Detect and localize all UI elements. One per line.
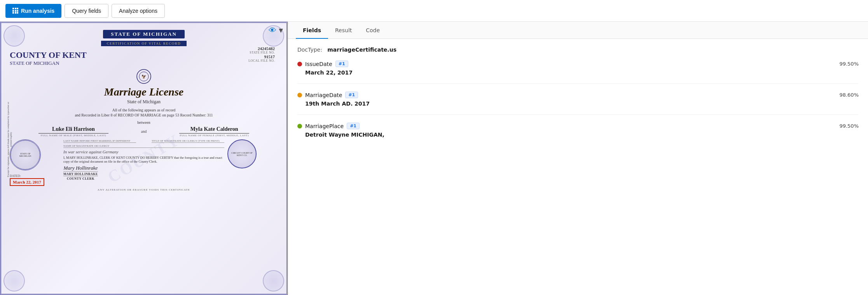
cert-side-text: Except for signature, spaces left blank … xyxy=(7,101,12,178)
cert-female-name: Myla Kate Calderon xyxy=(179,126,249,134)
cert-sig-title1: MARY HOLLINRAKE xyxy=(63,171,98,176)
right-panel: Fields Result Code DocType: marriageCert… xyxy=(288,22,868,295)
cert-local-file-label: LOCAL FILE NO. xyxy=(248,59,275,62)
panel-tabs: Fields Result Code xyxy=(288,22,868,39)
cert-file-number-value: 24245482 xyxy=(248,46,275,51)
run-icon xyxy=(12,8,18,14)
field-item-marriagedate: MarriageDate #1 98.60% 19th March AD. 20… xyxy=(297,92,859,115)
cert-header: STATE OF MICHIGAN CERTIFICATION OF VITAL… xyxy=(10,30,278,48)
eye-icon[interactable]: 👁 xyxy=(269,26,276,35)
field-value-marriagedate: 19th March AD. 2017 xyxy=(297,101,859,107)
cert-local-file-value: 91517 xyxy=(248,54,275,59)
cert-between: between xyxy=(10,120,278,125)
field-value-issuedate: March 22, 2017 xyxy=(297,69,859,76)
cert-last-name-label: LAST NAME BEFORE FIRST MARRIED, IF DIFFE… xyxy=(63,139,136,142)
cert-center-col: LAST NAME BEFORE FIRST MARRIED, IF DIFFE… xyxy=(63,139,224,180)
field-dot-marriagedate xyxy=(297,93,302,97)
cert-title: Marriage License xyxy=(10,86,278,98)
field-name-issuedate: IssueDate xyxy=(305,61,332,67)
field-confidence-issuedate: 99.50% xyxy=(839,61,859,67)
cert-female-name-block: Myla Kate Calderon FULL NAME OF FEMALE (… xyxy=(150,125,278,137)
field-item-marriageplace: MarriagePlace #1 99.50% Detroit Wayne MI… xyxy=(297,123,859,146)
doc-controls: 👁 ▼ xyxy=(269,26,283,35)
field-dot-issuedate xyxy=(297,62,302,66)
cert-state-title: STATE OF MICHIGAN xyxy=(103,30,185,38)
toolbar: Run analysis Query fields Analyze option… xyxy=(0,0,868,22)
cert-vital-subtitle: CERTIFICATION OF VITAL RECORD xyxy=(101,41,187,46)
field-badge-marriagedate: #1 xyxy=(345,92,358,98)
cert-female-label: FULL NAME OF FEMALE (FIRST, MIDDLE, LAST… xyxy=(150,134,278,137)
cert-state-file-label: STATE FILE NO. xyxy=(248,51,275,54)
cert-emblem-svg: 🦅 xyxy=(136,69,152,84)
cert-subtitle: State of Michigan xyxy=(10,99,278,105)
cert-void-text: ANY ALTERATION OR ERASURE VOIDS THIS CER… xyxy=(10,188,278,191)
cert-state-sub: STATE OF MICHIGAN xyxy=(10,60,278,66)
document-viewer: 👁 ▼ COUNTY Except for signature, spaces … xyxy=(0,22,288,295)
svg-text:🦅: 🦅 xyxy=(141,74,147,79)
doctype-label: DocType: xyxy=(297,47,322,53)
main-area: 👁 ▼ COUNTY Except for signature, spaces … xyxy=(0,22,868,295)
field-confidence-marriagedate: 98.60% xyxy=(839,92,859,98)
chevron-down-icon[interactable]: ▼ xyxy=(279,27,283,33)
cert-italic-text: In war service against Germany xyxy=(63,149,224,154)
cert-right-col: CIRCUIT COURT OF KENT CO. xyxy=(227,139,278,168)
certificate-document: COUNTY Except for signature, spaces left… xyxy=(0,22,288,295)
field-item-issuedate: IssueDate #1 99.50% March 22, 2017 xyxy=(297,61,859,84)
cert-seal-text: STATE OF MICHIGAN xyxy=(14,153,37,157)
cert-male-label: FULL NAME OF MALE (FIRST, MIDDLE, LAST) xyxy=(10,134,137,137)
doctype-value: marriageCertificate.us xyxy=(327,47,396,53)
field-badge-marriageplace: #1 xyxy=(347,123,360,129)
cert-signatures: Mary Hollinrake MARY HOLLINRAKE COUNTY C… xyxy=(63,165,224,180)
certificate-container: COUNTY Except for signature, spaces left… xyxy=(0,22,288,295)
cert-sig-block-clerk: Mary Hollinrake MARY HOLLINRAKE COUNTY C… xyxy=(63,165,98,180)
cert-sig-name: Mary Hollinrake xyxy=(63,165,98,171)
doctype-row: DocType: marriageCertificate.us xyxy=(297,47,859,53)
field-value-marriageplace: Detroit Wayne MICHIGAN, xyxy=(297,132,859,138)
cert-and: and xyxy=(137,125,150,134)
query-fields-button[interactable]: Query fields xyxy=(65,4,108,18)
analyze-options-button[interactable]: Analyze options xyxy=(112,4,165,18)
field-badge-issuedate: #1 xyxy=(335,61,348,67)
field-confidence-marriageplace: 99.50% xyxy=(839,123,859,129)
cert-emblem: 🦅 xyxy=(136,69,152,84)
cert-stamp: CIRCUIT COURT OF KENT CO. xyxy=(227,139,257,168)
cert-left-col: STATE OF MICHIGAN DATED: March 22, 2017 xyxy=(10,139,60,186)
run-analysis-button[interactable]: Run analysis xyxy=(5,4,61,18)
corner-ornament-bl xyxy=(3,270,25,292)
tab-fields[interactable]: Fields xyxy=(296,22,328,39)
cert-male-name: Luke Eli Harrison xyxy=(38,126,108,134)
field-dot-marriageplace xyxy=(297,124,302,128)
cert-county: COUNTY OF KENT xyxy=(10,50,278,60)
cert-male-name-block: Luke Eli Harrison FULL NAME OF MALE (FIR… xyxy=(10,125,137,137)
run-analysis-label: Run analysis xyxy=(21,8,54,14)
cert-title-label: TITLE OF MAGISTRATE OR CLERGY (TYPE OR P… xyxy=(152,139,224,142)
tab-result[interactable]: Result xyxy=(328,22,359,39)
cert-body-text: All of the following appears as of recor… xyxy=(10,108,278,112)
cert-sig-title2: COUNTY CLERK xyxy=(63,176,98,180)
cert-names: Luke Eli Harrison FULL NAME OF MALE (FIR… xyxy=(10,125,278,137)
panel-content: DocType: marriageCertificate.us IssueDat… xyxy=(288,39,868,295)
query-fields-label: Query fields xyxy=(72,8,101,14)
cert-dated-label: DATED: xyxy=(10,174,60,178)
field-header-issuedate: IssueDate #1 99.50% xyxy=(297,61,859,67)
corner-ornament-br xyxy=(263,270,284,292)
field-header-marriagedate: MarriageDate #1 98.60% xyxy=(297,92,859,98)
cert-certify-text: I, MARY HOLLINRAKE, CLERK OF KENT COUNTY… xyxy=(63,156,224,163)
cert-record-line: and Recorded in Liber 8 of RECORD OF MAR… xyxy=(10,113,278,117)
cert-lower: STATE OF MICHIGAN DATED: March 22, 2017 … xyxy=(10,139,278,186)
analyze-options-label: Analyze options xyxy=(119,8,157,14)
corner-ornament-tl xyxy=(3,25,25,47)
field-name-marriageplace: MarriagePlace xyxy=(305,123,344,129)
cert-file-numbers: 24245482 STATE FILE NO. 91517 LOCAL FILE… xyxy=(248,46,275,62)
cert-stamp-text: CIRCUIT COURT OF KENT CO. xyxy=(231,152,253,156)
cert-magistrate-label: NAME OF MAGISTRATE OR CLERGY xyxy=(63,144,224,148)
field-header-marriageplace: MarriagePlace #1 99.50% xyxy=(297,123,859,129)
cert-date-box: March 22, 2017 xyxy=(10,178,44,186)
field-name-marriagedate: MarriageDate xyxy=(305,92,342,98)
cert-seal: STATE OF MICHIGAN xyxy=(10,139,41,170)
tab-code[interactable]: Code xyxy=(359,22,387,39)
